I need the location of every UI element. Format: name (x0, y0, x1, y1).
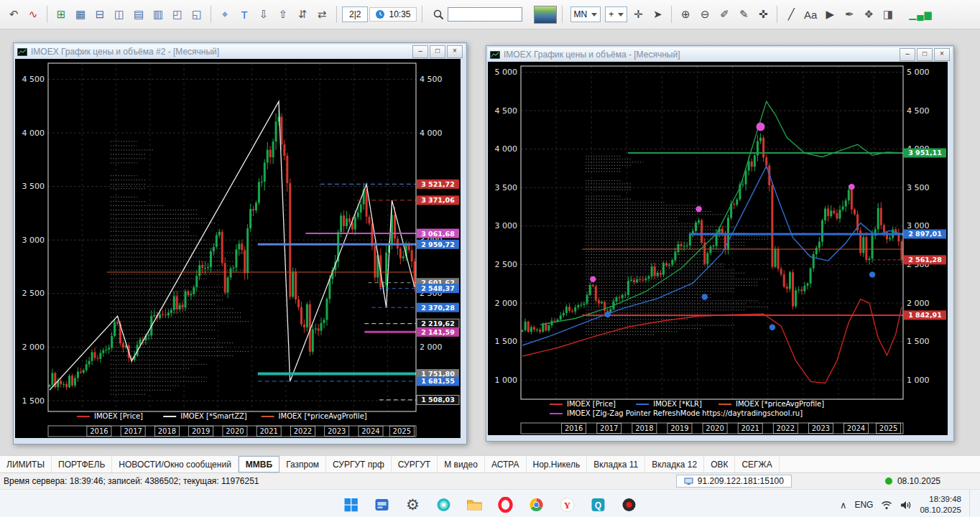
add-indicator-select[interactable]: + (605, 6, 627, 22)
toolbar-left-group: ↶∿⊞▦⊟◫▤▥◰◱⌖T⇩⇧⇵⇄ (4, 5, 331, 24)
tab-лимиты[interactable]: ЛИМИТЫ (0, 456, 52, 472)
tab-вкладка-11[interactable]: Вкладка 11 (587, 456, 645, 472)
tab-газпром[interactable]: Газпром (279, 456, 326, 472)
data-upload-icon[interactable]: ⇧ (274, 5, 292, 24)
yandex-icon[interactable]: Y (555, 493, 580, 517)
text-tool-icon[interactable]: T (235, 5, 254, 24)
marker-icon[interactable]: ✒ (840, 5, 859, 24)
tab-сургут[interactable]: СУРГУТ (392, 456, 438, 472)
window-cascade-icon[interactable]: ▤ (129, 5, 148, 24)
photos-icon[interactable] (432, 493, 456, 517)
tab-нор-никель[interactable]: Нор.Никель (527, 456, 588, 472)
zoom-in-icon[interactable]: ⊕ (676, 5, 695, 24)
svg-text:4 500: 4 500 (907, 106, 930, 116)
clock-icon (375, 9, 385, 19)
settings-icon[interactable]: ⚙ (401, 493, 425, 517)
tab-ммвб[interactable]: ММВБ (239, 456, 279, 472)
chart-window-1: IMOEX График цены и объёма #2 - [Месячны… (13, 42, 467, 444)
timeframe-select[interactable]: MN (570, 6, 601, 22)
svg-text:2018: 2018 (158, 427, 176, 435)
wifi-icon[interactable] (881, 500, 892, 510)
tab-овк[interactable]: ОВК (704, 456, 735, 472)
window2-titlebar[interactable]: IMOEX График цены и объёма - [Месячный] … (488, 47, 952, 62)
taskbar-clock[interactable]: 18:39:48 08.10.2025 (920, 494, 961, 516)
search-input[interactable] (448, 7, 522, 22)
tab-новости-окно-сообщений[interactable]: НОВОСТИ/Окно сообщений (112, 456, 239, 472)
svg-text:4 500: 4 500 (495, 106, 518, 116)
window-horizontal-icon[interactable]: ⊟ (91, 5, 109, 24)
window1-minimize-button[interactable]: – (412, 45, 428, 58)
window2-minimize-button[interactable]: – (900, 48, 915, 61)
window-grid-icon[interactable]: ▥ (149, 5, 167, 24)
eraser-icon[interactable]: ◨ (879, 5, 897, 24)
pan-tool-icon[interactable]: ✛ (629, 5, 647, 24)
volume-icon[interactable] (900, 500, 912, 510)
svg-text:2 000: 2 000 (907, 299, 930, 308)
svg-text:IMOEX [*priceAvgProfile]: IMOEX [*priceAvgProfile] (736, 400, 824, 408)
chart-thumbnail[interactable] (534, 6, 557, 24)
tab-сургут-прф[interactable]: СУРГУТ прф (326, 456, 392, 472)
svg-text:1 500: 1 500 (495, 337, 518, 346)
hand-icon[interactable]: ✜ (754, 5, 772, 24)
data-swap-icon[interactable]: ⇄ (313, 5, 331, 24)
layers-icon[interactable]: ❖ (859, 5, 878, 24)
volume-bars-icon[interactable]: ▁▄▆ (909, 9, 932, 20)
cursor-tool-icon[interactable]: ➤ (648, 5, 667, 24)
crosshair-icon[interactable]: ⌖ (216, 5, 234, 24)
window1-maximize-button[interactable]: □ (430, 45, 445, 58)
svg-text:IMOEX [*priceAvgProfile]: IMOEX [*priceAvgProfile] (279, 412, 367, 420)
window2-title: IMOEX График цены и объёма - [Месячный] (504, 50, 896, 60)
font-tool-icon[interactable]: Aa (801, 5, 820, 24)
imoex-chart-smartzz[interactable]: 1 5001 5002 0002 0002 5002 5003 0003 000… (15, 59, 461, 438)
window-close-icon[interactable]: ◱ (188, 5, 206, 24)
window2-maximize-button[interactable]: □ (917, 48, 933, 61)
svg-text:2025: 2025 (879, 424, 897, 432)
svg-text:2 500: 2 500 (495, 260, 518, 269)
language-indicator[interactable]: ENG (854, 500, 873, 510)
window1-titlebar[interactable]: IMOEX График цены и объёма #2 - [Месячны… (15, 45, 465, 59)
toolbar-separator (562, 6, 563, 23)
new-chart-icon[interactable]: ⊞ (52, 5, 70, 24)
chrome-icon[interactable] (524, 493, 549, 517)
toolbar-separator (47, 6, 47, 23)
show-desktop-button[interactable] (969, 490, 973, 517)
recorder-icon[interactable] (617, 493, 642, 517)
imoex-chart-klr[interactable]: 1 0001 0001 5001 5002 0002 0002 5002 500… (488, 62, 948, 435)
opera-icon[interactable] (494, 493, 518, 517)
svg-text:3 061,68: 3 061,68 (421, 230, 455, 238)
tray-expand-icon[interactable]: ∧ (840, 500, 847, 511)
svg-text:2021: 2021 (741, 424, 759, 432)
window-new-icon[interactable]: ◰ (168, 5, 187, 24)
data-download-icon[interactable]: ⇩ (254, 5, 273, 24)
pin-icon[interactable]: ✎ (734, 5, 753, 24)
svg-text:3 500: 3 500 (907, 183, 930, 192)
svg-text:2 370,28: 2 370,28 (421, 304, 455, 312)
price-chart-icon[interactable]: ∿ (24, 5, 42, 24)
tab-м-видео[interactable]: М видео (438, 456, 485, 472)
trading-terminal: ↶∿⊞▦⊟◫▤▥◰◱⌖T⇩⇧⇵⇄ 2|2 10:35 MN + ✛➤⊕⊖✐✎✜╱… (0, 0, 980, 517)
tab-портфель[interactable]: ПОРТФЕЛЬ (52, 456, 112, 472)
tab-сегжа[interactable]: СЕГЖА (735, 456, 779, 472)
explorer-icon[interactable] (463, 493, 487, 517)
widgets-icon[interactable] (370, 493, 394, 517)
line-tool-icon[interactable]: ╱ (782, 5, 800, 24)
zoom-out-icon[interactable]: ⊖ (695, 5, 714, 24)
quik-icon[interactable]: Q (586, 493, 611, 517)
svg-text:2 000: 2 000 (495, 299, 518, 308)
svg-text:2019: 2019 (670, 424, 688, 432)
tab-вкладка-12[interactable]: Вкладка 12 (645, 456, 704, 472)
status-bar: Время сервера: 18:39:46; записей: 438650… (0, 472, 980, 489)
ruler-icon[interactable]: ✐ (715, 5, 734, 24)
window-vertical-icon[interactable]: ◫ (110, 5, 129, 24)
play-icon[interactable]: ▶ (820, 5, 839, 24)
svg-text:2016: 2016 (90, 427, 108, 435)
toolbar-separator (777, 6, 777, 23)
windows-tile-icon[interactable]: ▦ (71, 5, 90, 24)
svg-text:IMOEX [*KLR]: IMOEX [*KLR] (653, 400, 702, 408)
window2-close-button[interactable]: × (934, 48, 950, 61)
window1-close-button[interactable]: × (447, 45, 463, 58)
data-sync-icon[interactable]: ⇵ (293, 5, 312, 24)
start-button[interactable] (339, 493, 364, 517)
undo-icon[interactable]: ↶ (4, 5, 23, 24)
tab-астра[interactable]: АСТРА (485, 456, 527, 472)
